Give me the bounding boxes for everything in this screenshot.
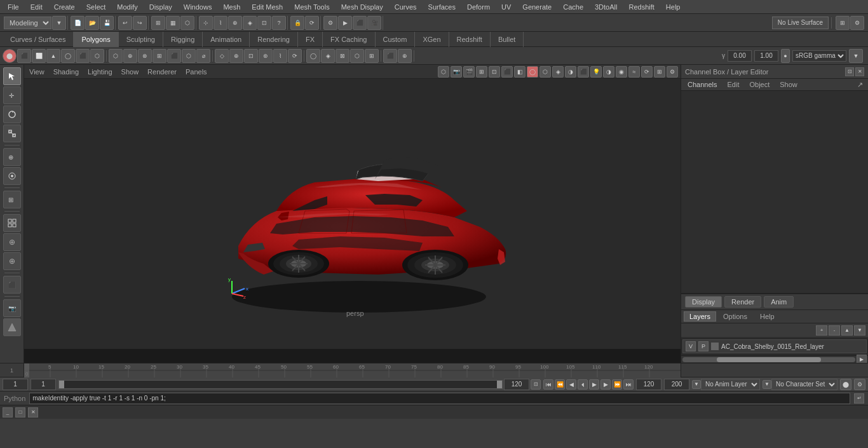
vp-menu-renderer[interactable]: Renderer	[145, 68, 179, 76]
vp-icon-faces[interactable]: ◧	[514, 66, 526, 78]
win-min-btn[interactable]: _	[3, 407, 13, 417]
menu-modify[interactable]: Modify	[112, 2, 142, 12]
step-fwd-btn[interactable]: ▶	[600, 379, 611, 390]
layer-color-box[interactable]	[711, 343, 719, 350]
help-tab[interactable]: Help	[754, 311, 780, 322]
tab-fx-caching[interactable]: FX Caching	[323, 32, 375, 47]
poly-torus-btn[interactable]: ◯	[61, 49, 75, 63]
menu-create[interactable]: Create	[49, 2, 80, 12]
poly-plane-btn[interactable]: ⬛	[76, 49, 90, 63]
menu-help[interactable]: Help	[661, 2, 686, 12]
win-max-btn[interactable]: □	[15, 407, 25, 417]
poly-extrude-btn[interactable]: ⬡	[109, 49, 123, 63]
menu-uv[interactable]: UV	[496, 2, 516, 12]
prev-key-btn[interactable]: ⏪	[555, 379, 565, 390]
vp-icon-ao[interactable]: ◉	[616, 66, 627, 78]
plus-btn2[interactable]: ⊕	[3, 252, 21, 270]
poly-merge-btn[interactable]: ⊕	[229, 49, 243, 63]
vp-icon-xray[interactable]: ◑	[565, 66, 576, 78]
history-lock-btn[interactable]: 🔒	[290, 16, 304, 30]
poly-bevel-btn[interactable]: ◇	[215, 49, 229, 63]
show-manip-btn[interactable]: ⊞	[3, 191, 21, 208]
vp-icon-refresh[interactable]: ⟳	[641, 66, 653, 78]
poly-sphere-btn[interactable]: ⬤	[3, 49, 17, 63]
playback-end-input[interactable]	[664, 379, 689, 390]
menu-file[interactable]: File	[3, 2, 24, 12]
step-back-btn[interactable]: ◀	[566, 379, 576, 390]
snap-center-btn[interactable]: ⊡	[257, 16, 271, 30]
object-tab[interactable]: Object	[745, 80, 773, 89]
poly-bridge-btn[interactable]: ⬛	[167, 49, 181, 63]
win-close-btn[interactable]: ✕	[28, 407, 38, 417]
menu-mesh-tools[interactable]: Mesh Tools	[289, 2, 334, 12]
tab-bullet[interactable]: Bullet	[491, 32, 524, 47]
snap-curve-btn[interactable]: ⌇	[214, 16, 227, 30]
vp-icon-wire[interactable]: ⬡	[539, 66, 551, 78]
vp-icon-isolate[interactable]: ◈	[552, 66, 564, 78]
snap-grid-btn[interactable]: ⊹	[199, 16, 213, 30]
mode-select[interactable]: Modeling	[4, 17, 51, 29]
poly-fill-btn[interactable]: ⬡	[182, 49, 196, 63]
snap-3d-btn[interactable]: ?	[272, 16, 286, 30]
vp-menu-panels[interactable]: Panels	[183, 68, 210, 76]
tab-sculpting[interactable]: Sculpting	[119, 32, 163, 47]
display-tab-btn[interactable]: Display	[685, 296, 722, 308]
vp-menu-shading[interactable]: Shading	[51, 68, 81, 76]
channel-box-connect-btn[interactable]: ↗	[855, 81, 865, 89]
poly-spin-btn[interactable]: ⟳	[288, 49, 302, 63]
viewport-canvas[interactable]: persp x y z	[24, 79, 681, 349]
auto-key-btn[interactable]: ⬤	[840, 379, 851, 390]
poly-unfold-btn[interactable]: ⊠	[336, 49, 349, 63]
char-set-select[interactable]: No Character Set	[771, 379, 837, 390]
snap-point-btn[interactable]: ⊕	[228, 16, 242, 30]
show-tab[interactable]: Show	[776, 80, 801, 89]
menu-windows[interactable]: Windows	[179, 2, 217, 12]
anim-layer-arrow[interactable]: ▼	[692, 380, 701, 389]
menu-generate[interactable]: Generate	[517, 2, 557, 12]
gamma-input1[interactable]	[728, 50, 752, 62]
playback-start-input[interactable]	[636, 379, 661, 390]
tab-xgen[interactable]: XGen	[415, 32, 449, 47]
range-end-lock-btn[interactable]: ⊡	[531, 379, 541, 390]
render-tab-btn[interactable]: Render	[724, 296, 761, 308]
layers-tab[interactable]: Layers	[684, 311, 716, 322]
new-file-btn[interactable]: 📄	[71, 16, 85, 30]
layer-playback-btn[interactable]: P	[698, 341, 709, 351]
edit-tab[interactable]: Edit	[723, 80, 743, 89]
poly-weld-btn[interactable]: ⊡	[244, 49, 258, 63]
vp-icon-select[interactable]: ⬡	[438, 66, 449, 78]
undo-btn[interactable]: ↩	[118, 16, 132, 30]
poly-smooth-btn[interactable]: ◯	[306, 49, 320, 63]
plus-btn1[interactable]: ⊕	[3, 233, 21, 251]
rotate-tool-btn[interactable]	[3, 105, 21, 123]
ipr-btn[interactable]: ⬛	[353, 16, 367, 30]
viewport-option-btn[interactable]: ⚙	[850, 16, 864, 30]
colorspace-select[interactable]: sRGB gamma	[792, 50, 846, 62]
vp-icon-shaded[interactable]: ⬛	[578, 66, 589, 78]
vp-menu-show[interactable]: Show	[119, 68, 142, 76]
vp-menu-lighting[interactable]: Lighting	[85, 68, 115, 76]
panel-close-btn[interactable]: ✕	[855, 67, 864, 76]
layer-move-down-btn[interactable]: ▼	[854, 325, 865, 336]
menu-redshift[interactable]: Redshift	[623, 2, 659, 12]
current-frame-input[interactable]	[31, 379, 56, 390]
menu-deform[interactable]: Deform	[462, 2, 495, 12]
menu-cache[interactable]: Cache	[558, 2, 588, 12]
menu-surfaces[interactable]: Surfaces	[423, 2, 461, 12]
play-back-btn[interactable]: ⏴	[578, 379, 588, 390]
colorspace-arrow[interactable]: ▼	[849, 49, 863, 63]
poly-cube-btn[interactable]: ⬛	[17, 49, 31, 63]
range-end-handle[interactable]	[497, 381, 502, 388]
tab-redshift[interactable]: Redshift	[449, 32, 491, 47]
menu-3dtoall[interactable]: 3DtoAll	[590, 2, 622, 12]
go-end-btn[interactable]: ⏭	[623, 379, 634, 390]
vp-icon-shadow[interactable]: ◑	[603, 66, 614, 78]
layer-new-btn[interactable]: +	[816, 325, 827, 336]
tab-custom[interactable]: Custom	[376, 32, 416, 47]
menu-mesh[interactable]: Mesh	[218, 2, 245, 12]
redo-btn[interactable]: ↪	[133, 16, 147, 30]
vp-icon-motion[interactable]: ≈	[628, 66, 640, 78]
vp-icon-grid[interactable]: ⊞	[476, 66, 487, 78]
range-bar[interactable]	[58, 380, 503, 389]
live-surface-button[interactable]: No Live Surface	[772, 17, 829, 29]
